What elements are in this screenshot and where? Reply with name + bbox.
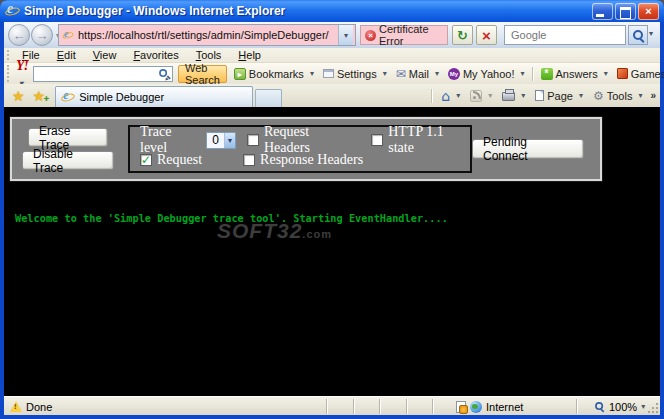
soft32-watermark: SOFT32.com (217, 219, 332, 243)
page-menu-label: Page (547, 90, 573, 102)
zoom-magnifier-icon (595, 402, 604, 411)
trace-buttons-column: Erase Trace Disable Trace (22, 128, 114, 170)
status-separator (406, 399, 408, 414)
yahoo-bookmarks-button[interactable]: ▸ Bookmarks (232, 68, 316, 80)
titlebar: Simple Debugger - Windows Internet Explo… (0, 0, 664, 22)
yahoo-toolbar: Y! Web Search ▸ Bookmarks Settings ✉ Mai… (4, 63, 660, 84)
games-icon (617, 68, 628, 79)
tools-menu-button[interactable]: ⚙ Tools (591, 90, 644, 102)
trace-options-fieldset: Trace level 0 ▼ Request Headers HTTP 1.1… (128, 125, 472, 173)
refresh-button[interactable]: ↻ (452, 25, 473, 45)
zoom-dropdown-icon[interactable]: ▾ (641, 402, 645, 411)
my-yahoo-button[interactable]: My Yahoo! (446, 68, 527, 80)
menu-tools[interactable]: Tools (196, 49, 222, 61)
window-title: Simple Debugger - Windows Internet Explo… (24, 4, 592, 18)
yahoo-search-icon[interactable] (159, 69, 168, 78)
search-box[interactable] (504, 25, 626, 45)
http-state-label: HTTP 1.1 state (388, 124, 470, 156)
bookmarks-icon: ▸ (234, 68, 246, 80)
yahoo-settings-button[interactable]: Settings (321, 68, 389, 80)
new-tab-button[interactable] (255, 89, 282, 107)
status-bar: Done Internet 100% ▾ (4, 396, 660, 415)
tab-bar: ★ ★ Simple Debugger ⌂ Page ⚙ Tools » (4, 84, 660, 107)
close-button[interactable]: × (638, 3, 659, 20)
forward-button[interactable]: → (31, 24, 53, 46)
address-dropdown-icon[interactable]: ▾ (338, 25, 353, 45)
address-bar[interactable]: ▾ (58, 24, 356, 46)
my-yahoo-icon (448, 68, 460, 80)
status-separator (379, 399, 381, 414)
yahoo-toolbar-grip[interactable] (7, 65, 10, 82)
command-bar-overflow-chevron[interactable]: » (650, 90, 656, 101)
home-button[interactable]: ⌂ (439, 89, 462, 103)
back-button[interactable]: ← (8, 24, 30, 46)
tab-favicon-icon (61, 90, 75, 104)
search-input[interactable] (509, 28, 621, 42)
page-favicon-icon (62, 29, 73, 40)
debugger-control-panel: Erase Trace Disable Trace Trace level 0 … (10, 117, 602, 181)
yahoo-search-input[interactable] (37, 67, 158, 81)
protected-mode-icon[interactable] (456, 401, 466, 413)
response-headers-label: Response Headers (260, 152, 363, 168)
tab-simple-debugger[interactable]: Simple Debugger (55, 86, 253, 107)
print-button[interactable] (500, 90, 527, 101)
status-text: Done (26, 401, 52, 413)
home-icon: ⌂ (441, 89, 450, 103)
address-input[interactable] (76, 29, 338, 41)
window-controls: × (592, 3, 659, 20)
trace-level-value: 0 (207, 133, 224, 147)
zoom-group[interactable]: 100% ▾ (594, 397, 645, 416)
request-checkbox[interactable] (140, 154, 152, 166)
request-headers-checkbox[interactable] (247, 134, 259, 146)
http-state-checkbox[interactable] (371, 134, 383, 146)
page-menu-button[interactable]: Page (533, 90, 585, 102)
yahoo-answers-button[interactable]: Answers (539, 68, 610, 80)
printer-icon (502, 92, 515, 101)
resize-grip[interactable] (646, 401, 658, 413)
page-icon (535, 90, 544, 101)
request-label: Request (157, 152, 202, 168)
status-separator (432, 399, 434, 414)
search-go-button[interactable] (628, 25, 648, 45)
trace-options-row-1: Trace level 0 ▼ Request Headers HTTP 1.1… (140, 130, 470, 150)
warning-icon[interactable] (10, 401, 22, 412)
zone-group: Internet (456, 397, 523, 416)
answers-icon (541, 68, 553, 80)
favorites-center-button[interactable]: ★ (8, 86, 29, 106)
search-icon (633, 30, 644, 41)
web-search-button[interactable]: Web Search (178, 65, 227, 83)
stop-button[interactable]: × (476, 25, 497, 45)
status-separator (326, 399, 328, 414)
menu-edit[interactable]: Edit (57, 49, 76, 61)
pending-connect-button[interactable]: Pending Connect (472, 139, 584, 159)
add-favorite-button[interactable]: ★ (29, 86, 50, 106)
status-done-group: Done (10, 397, 52, 416)
toolbar-grip[interactable] (7, 50, 10, 60)
response-headers-checkbox[interactable] (243, 154, 255, 166)
toolbar-separator (532, 67, 534, 81)
yahoo-games-button[interactable]: Games (615, 68, 664, 80)
status-separator (353, 399, 355, 414)
feeds-button[interactable] (468, 90, 494, 102)
certificate-error-icon: × (365, 30, 376, 41)
yahoo-mail-button[interactable]: ✉ Mail (394, 68, 441, 80)
menu-help[interactable]: Help (238, 49, 261, 61)
menu-view[interactable]: View (93, 49, 117, 61)
search-options-dropdown-icon[interactable]: ▾ (649, 29, 653, 38)
yahoo-search-box[interactable] (33, 66, 173, 82)
disable-trace-button[interactable]: Disable Trace (22, 151, 114, 170)
my-yahoo-label: My Yahoo! (463, 68, 515, 80)
certificate-error-badge[interactable]: × Certificate Error (360, 25, 448, 45)
erase-trace-button[interactable]: Erase Trace (28, 128, 108, 147)
gear-icon: ⚙ (593, 90, 604, 102)
command-bar-separator (431, 89, 433, 103)
menu-favorites[interactable]: Favorites (133, 49, 178, 61)
trace-level-select[interactable]: 0 ▼ (206, 132, 236, 149)
maximize-button[interactable] (615, 3, 636, 20)
watermark-suffix: .com (302, 228, 332, 240)
minimize-button[interactable] (592, 3, 613, 20)
zoom-level: 100% (609, 401, 637, 413)
ie-logo-icon (5, 4, 20, 18)
watermark-brand: SOFT32 (217, 219, 302, 242)
select-dropdown-icon[interactable]: ▼ (224, 133, 235, 148)
